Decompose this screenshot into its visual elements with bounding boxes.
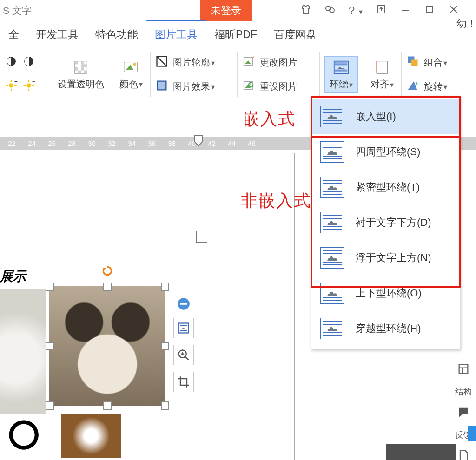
svg-text:−: − [32, 79, 35, 84]
wrap-item-square[interactable]: 四周型环绕(S) [311, 134, 460, 170]
ruler-tick: 26 [42, 139, 62, 147]
picture-effects-button[interactable]: 图片效果▾ [155, 74, 232, 99]
title-bar: S 文字 未登录 ? ▾ [0, 0, 476, 21]
image-remove-button[interactable] [174, 296, 193, 311]
minimize-icon[interactable] [400, 4, 411, 18]
reset-picture-button[interactable]: 重设图片 [242, 74, 315, 99]
svg-rect-28 [81, 67, 84, 71]
login-status-button[interactable]: 未登录 [200, 0, 252, 21]
contrast-down-icon[interactable] [22, 55, 35, 70]
close-icon[interactable] [448, 4, 459, 18]
change-picture-button[interactable]: 更改图片 [242, 50, 315, 74]
annotation-label-noninline: 非嵌入式 [241, 190, 311, 212]
image-kitten-selected[interactable] [49, 286, 165, 406]
wrap-button[interactable]: 环绕▾ [324, 56, 358, 93]
wrap-thumb-icon [320, 212, 344, 233]
help-icon[interactable]: ? ▾ [349, 4, 363, 17]
resize-handle-tm[interactable] [103, 283, 112, 291]
image-zoom-button[interactable] [173, 345, 194, 365]
align-button[interactable]: 对齐▾ [368, 59, 397, 91]
ruler-tick: 24 [22, 139, 42, 147]
wrap-item-infront[interactable]: 浮于文字上方(N) [311, 240, 460, 276]
tab-foxit-pdf[interactable]: 福昕PDF [206, 21, 265, 47]
svg-rect-23 [81, 64, 84, 67]
image-wrap-button[interactable] [173, 318, 194, 338]
resize-handle-tr[interactable] [161, 283, 169, 291]
resize-handle-mr[interactable] [161, 342, 169, 350]
picture-outline-label: 图片轮廓 [173, 57, 210, 67]
resize-handle-ml[interactable] [46, 342, 54, 350]
svg-point-1 [330, 8, 334, 13]
tab-baidu-disk[interactable]: 百度网盘 [265, 21, 325, 47]
tab-features[interactable]: 特色功能 [87, 21, 146, 47]
picture-outline-button[interactable]: 图片轮廓▾ [155, 50, 232, 74]
side-doc-icon[interactable] [457, 449, 470, 460]
resize-handle-bl[interactable] [46, 401, 54, 410]
contrast-up-icon[interactable] [5, 55, 18, 70]
ruler-tick: 32 [102, 139, 122, 147]
image-grid [0, 289, 167, 414]
ruler-indent-marker[interactable] [192, 134, 205, 151]
wrap-item-behind[interactable]: 衬于文字下方(D) [311, 205, 460, 240]
side-expand-tab[interactable] [468, 426, 476, 441]
rotate-button[interactable]: 旋转▾ [406, 74, 471, 99]
group-button[interactable]: 组合▾ [406, 50, 471, 74]
svg-point-32 [133, 63, 136, 66]
color-button[interactable]: 颜色▾ [117, 59, 145, 91]
ribbon-group-align: 对齐▾ [363, 47, 401, 101]
image-crop-button[interactable] [173, 372, 194, 392]
maximize-icon[interactable] [424, 4, 435, 18]
image-dog[interactable] [61, 414, 121, 458]
brightness-up-icon[interactable]: + [5, 79, 18, 94]
ruler-tick: 28 [62, 139, 82, 147]
wrap-item-label: 上下型环绕(O) [356, 286, 422, 300]
image-panda[interactable] [0, 414, 60, 458]
rotate-icon [406, 79, 419, 94]
svg-marker-50 [194, 136, 203, 146]
svg-rect-26 [74, 67, 78, 71]
bottom-pager-bar [386, 444, 456, 460]
wrap-item-label: 衬于文字下方(D) [356, 216, 431, 230]
resize-handle-bm[interactable] [103, 401, 112, 410]
rotate-handle[interactable] [101, 265, 113, 277]
image-row-2 [0, 414, 123, 458]
wechat-icon[interactable] [324, 4, 336, 18]
wrap-thumb-icon [320, 177, 344, 198]
image-rabbit[interactable] [0, 289, 46, 414]
svg-marker-49 [408, 81, 417, 90]
side-structure-icon[interactable] [457, 362, 470, 378]
app-title: S 文字 [3, 4, 32, 17]
brightness-down-icon[interactable]: − [22, 79, 35, 94]
ruler-tick: 44 [222, 139, 242, 147]
wrap-item-through[interactable]: 穿越型环绕(H) [311, 311, 460, 346]
picture-effects-icon [155, 79, 168, 94]
ruler-tick: 30 [82, 139, 102, 147]
resize-handle-tl[interactable] [46, 283, 54, 291]
tab-devtools[interactable]: 开发工具 [27, 21, 87, 47]
svg-rect-29 [84, 70, 87, 73]
wrap-thumb-icon [320, 247, 344, 269]
ruler-tick: 34 [122, 139, 142, 147]
svg-rect-48 [411, 59, 418, 66]
wrap-thumb-icon [320, 283, 344, 304]
resize-handle-br[interactable] [161, 401, 169, 410]
wrap-item-inline[interactable]: 嵌入型(I) [311, 99, 460, 134]
skin-icon[interactable] [300, 4, 311, 18]
share-up-icon[interactable] [376, 4, 387, 18]
ruler-tick: 42 [202, 139, 222, 147]
ribbon-tab-strip: 全 开发工具 特色功能 图片工具 福昕PDF 百度网盘 [0, 21, 476, 47]
ribbon-group-arrange: 组合▾ 旋转▾ [402, 47, 476, 101]
ribbon-group-color: 颜色▾ [112, 47, 150, 101]
tab-security[interactable]: 全 [0, 21, 27, 47]
tab-picture-tools[interactable]: 图片工具 [146, 21, 206, 47]
svg-point-9 [9, 83, 13, 87]
side-feedback-icon[interactable] [457, 406, 470, 421]
annotation-label-inline: 嵌入式 [243, 108, 296, 131]
group-icon [406, 55, 419, 70]
wrap-item-tight[interactable]: 紧密型环绕(T) [311, 170, 460, 205]
picture-outline-icon [155, 55, 168, 70]
ruler-tick: 36 [142, 139, 162, 147]
set-transparent-color-button[interactable]: 设置透明色 [55, 59, 107, 91]
wrap-item-topbottom[interactable]: 上下型环绕(O) [311, 276, 460, 311]
ruler-tick: 22 [2, 139, 22, 147]
